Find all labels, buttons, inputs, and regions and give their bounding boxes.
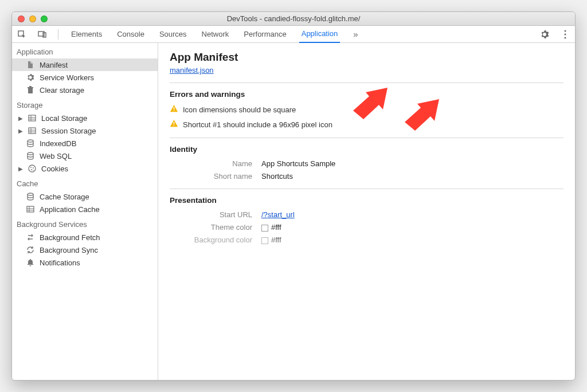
sidebar-item-local-storage[interactable]: ▶Local Storage	[12, 112, 158, 124]
bg-color-value: #fff	[261, 236, 281, 244]
toolbar-divider	[58, 29, 58, 40]
annotation-arrow	[353, 88, 388, 121]
svg-rect-29	[174, 125, 175, 126]
tab-network[interactable]: Network	[199, 26, 232, 43]
sidebar-item-notifications[interactable]: Notifications	[12, 256, 158, 269]
presentation-heading: Presentation	[170, 196, 563, 205]
sidebar-item-label: IndexedDB	[40, 139, 76, 148]
sidebar-item-label: Background Sync	[40, 246, 98, 254]
sidebar-item-session-storage[interactable]: ▶Session Storage	[12, 124, 158, 137]
bg-swatch	[261, 237, 268, 244]
svg-marker-31	[405, 99, 439, 131]
svg-point-16	[29, 165, 36, 172]
minimize-window-button[interactable]	[29, 15, 36, 22]
sidebar-item-cache-storage[interactable]: Cache Storage	[12, 190, 158, 203]
theme-color-label: Theme color	[170, 223, 261, 232]
sidebar-item-label: Manifest	[40, 61, 68, 69]
svg-marker-30	[353, 88, 388, 119]
svg-point-19	[31, 169, 32, 170]
settings-icon[interactable]	[539, 29, 550, 40]
db-icon	[26, 151, 35, 160]
page-title: App Manifest	[170, 51, 563, 64]
device-toggle-icon[interactable]	[37, 29, 48, 40]
close-window-button[interactable]	[18, 15, 25, 22]
traffic-lights	[18, 15, 48, 22]
svg-point-14	[28, 140, 33, 142]
svg-point-4	[565, 33, 566, 35]
expand-triangle-icon[interactable]: ▶	[18, 128, 23, 134]
warning-icon	[170, 119, 178, 130]
sidebar-item-background-sync[interactable]: Background Sync	[12, 244, 158, 256]
zoom-window-button[interactable]	[41, 15, 48, 22]
bg-color-label: Background color	[170, 236, 261, 244]
sidebar-item-clear-storage[interactable]: Clear storage	[12, 84, 158, 96]
svg-rect-26	[174, 107, 175, 109]
warning-icon	[170, 104, 178, 115]
identity-short-value: Shortcuts	[261, 172, 293, 181]
table-icon	[26, 205, 35, 214]
theme-swatch	[261, 225, 268, 232]
sidebar-item-label: Cache Storage	[40, 193, 89, 201]
titlebar: DevTools - candied-flossy-fold.glitch.me…	[12, 12, 575, 26]
sidebar-item-web-sql[interactable]: Web SQL	[12, 150, 158, 162]
svg-rect-6	[29, 115, 36, 121]
sidebar-item-application-cache[interactable]: Application Cache	[12, 203, 158, 215]
svg-point-15	[28, 152, 33, 155]
warning-text: Icon dimensions should be square	[183, 105, 296, 114]
sidebar-item-service-workers[interactable]: Service Workers	[12, 71, 158, 84]
tab-sources[interactable]: Sources	[157, 26, 189, 43]
expand-triangle-icon[interactable]: ▶	[18, 115, 23, 121]
identity-name-value: App Shortcuts Sample	[261, 159, 335, 168]
sidebar: ApplicationManifestService WorkersClear …	[12, 43, 158, 380]
sidebar-item-label: Web SQL	[40, 152, 72, 160]
tab-performance[interactable]: Performance	[241, 26, 288, 43]
sidebar-item-label: Background Fetch	[40, 233, 100, 242]
sidebar-item-background-fetch[interactable]: Background Fetch	[12, 231, 158, 244]
sidebar-group-title: Cache	[12, 175, 158, 190]
tab-elements[interactable]: Elements	[69, 26, 104, 43]
sidebar-item-label: Service Workers	[40, 73, 94, 82]
table-icon	[28, 126, 37, 135]
identity-section: Identity NameApp Shortcuts Sample Short …	[170, 138, 563, 181]
kebab-menu-icon[interactable]	[560, 29, 570, 40]
annotation-arrow	[405, 99, 439, 132]
sidebar-item-label: Session Storage	[41, 127, 96, 135]
svg-point-18	[33, 167, 34, 168]
sidebar-item-cookies[interactable]: ▶Cookies	[12, 162, 158, 175]
sidebar-item-label: Cookies	[41, 164, 68, 173]
identity-heading: Identity	[170, 145, 563, 154]
bell-icon	[26, 258, 35, 267]
sidebar-item-indexeddb[interactable]: IndexedDB	[12, 137, 158, 150]
start-url-link[interactable]: /?start_url	[261, 210, 295, 219]
swap-icon	[26, 233, 35, 242]
devtools-window: DevTools - candied-flossy-fold.glitch.me…	[11, 11, 576, 381]
svg-rect-27	[174, 110, 175, 111]
tab-application[interactable]: Application	[299, 26, 341, 43]
sidebar-item-label: Notifications	[40, 258, 80, 267]
identity-short-label: Short name	[170, 172, 261, 181]
sync-icon	[26, 245, 35, 254]
expand-triangle-icon[interactable]: ▶	[18, 166, 23, 172]
presentation-section: Presentation Start URL/?start_url Theme …	[170, 189, 563, 244]
svg-rect-28	[174, 122, 175, 124]
db-icon	[26, 192, 35, 201]
file-icon	[26, 60, 35, 69]
svg-point-20	[33, 170, 34, 171]
sidebar-item-manifest[interactable]: Manifest	[12, 58, 158, 71]
db-icon	[26, 139, 35, 148]
table-icon	[28, 113, 37, 123]
main-panel: App Manifest manifest.json Errors and wa…	[158, 43, 575, 380]
svg-rect-22	[27, 206, 34, 212]
sidebar-item-label: Clear storage	[40, 86, 84, 95]
devtools-toolbar: Elements Console Sources Network Perform…	[12, 26, 575, 43]
window-title: DevTools - candied-flossy-fold.glitch.me…	[17, 14, 570, 23]
tab-console[interactable]: Console	[115, 26, 147, 43]
manifest-link[interactable]: manifest.json	[170, 66, 214, 75]
svg-rect-10	[29, 128, 36, 134]
svg-point-21	[28, 193, 33, 195]
sidebar-item-label: Application Cache	[40, 205, 100, 214]
sidebar-group-title: Application	[12, 43, 158, 58]
more-tabs-icon[interactable]: »	[350, 29, 361, 40]
sidebar-group-title: Background Services	[12, 215, 158, 231]
inspect-element-icon[interactable]	[17, 29, 27, 40]
